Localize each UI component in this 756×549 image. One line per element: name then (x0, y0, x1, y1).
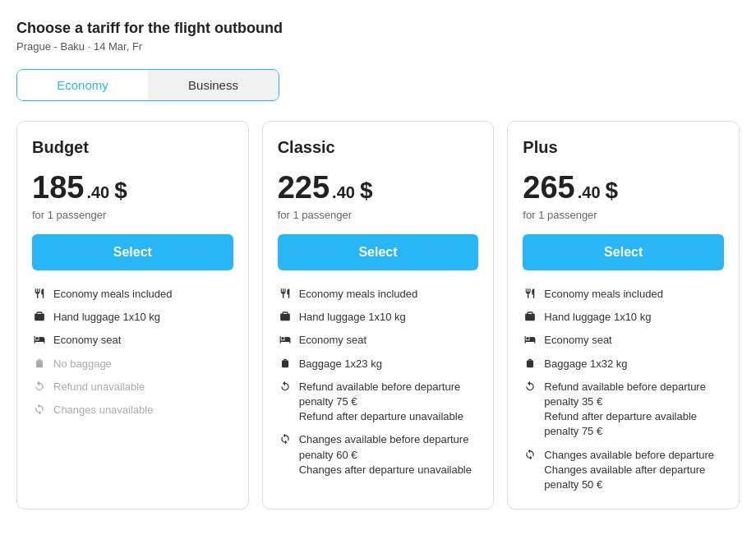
card-plus-price-currency: $ (606, 178, 619, 204)
card-classic-price: 225.40 $ (278, 170, 479, 205)
card-classic-feature-4-text: Refund available before departure penalt… (299, 380, 479, 425)
card-classic-feature-2-text: Economy seat (299, 333, 366, 348)
card-budget-price-decimal: .40 (86, 183, 109, 202)
card-plus-feature-2: Economy seat (523, 333, 724, 348)
card-budget-feature-3-text: No baggage (53, 357, 112, 371)
card-plus-feature-0-icon (523, 288, 537, 302)
card-budget-price-per: for 1 passenger (32, 209, 233, 221)
tab-bar: Economy Business (16, 69, 279, 101)
card-classic-feature-2-icon (278, 334, 293, 348)
card-budget-price: 185.40 $ (32, 170, 233, 205)
card-classic-feature-3-icon (278, 358, 293, 371)
card-budget-feature-4: Refund unavailable (32, 380, 233, 394)
card-classic-features: Economy meals includedHand luggage 1x10 … (278, 287, 479, 477)
card-budget-feature-3-icon (32, 358, 47, 371)
card-budget-feature-3: No baggage (32, 357, 233, 371)
card-plus-feature-5: Changes available before departureChange… (523, 448, 724, 493)
page-subtitle: Prague - Baku · 14 Mar, Fr (16, 40, 740, 53)
card-classic-price-decimal: .40 (332, 183, 355, 202)
card-plus-feature-2-icon (523, 334, 537, 348)
card-plus-feature-4-text: Refund available before departure penalt… (544, 380, 724, 440)
page-title: Choose a tariff for the flight outbound (16, 20, 740, 37)
card-plus-features: Economy meals includedHand luggage 1x10 … (523, 287, 724, 492)
card-budget-feature-5-text: Changes unavailable (53, 403, 153, 418)
card-budget-select-button[interactable]: Select (32, 234, 233, 270)
card-classic-feature-1-icon (278, 311, 293, 325)
card-budget-price-currency: $ (114, 178, 127, 204)
card-budget-feature-0-icon (32, 288, 47, 302)
tab-business[interactable]: Business (148, 70, 279, 100)
card-plus-feature-3: Baggage 1x32 kg (523, 357, 724, 371)
card-plus-price-decimal: .40 (578, 183, 601, 202)
card-plus-feature-1: Hand luggage 1x10 kg (523, 310, 724, 325)
card-classic-price-per: for 1 passenger (278, 209, 479, 221)
card-plus-feature-1-icon (523, 311, 537, 325)
card-classic-feature-1-text: Hand luggage 1x10 kg (299, 310, 406, 325)
card-plus-feature-5-text: Changes available before departureChange… (544, 448, 724, 493)
card-budget-feature-1-icon (32, 311, 47, 325)
card-classic-title: Classic (278, 138, 479, 157)
card-classic-feature-0: Economy meals included (278, 287, 479, 302)
tab-economy[interactable]: Economy (17, 70, 148, 100)
card-plus-feature-1-text: Hand luggage 1x10 kg (544, 310, 651, 325)
card-budget-features: Economy meals includedHand luggage 1x10 … (32, 287, 233, 418)
card-classic-feature-4-icon (278, 381, 293, 394)
card-plus-feature-3-text: Baggage 1x32 kg (544, 357, 627, 371)
card-budget-title: Budget (32, 138, 233, 157)
card-budget-feature-5-icon (32, 404, 47, 418)
card-classic-price-main: 225 (278, 170, 330, 205)
card-budget-feature-2-icon (32, 334, 47, 348)
card-plus-price-main: 265 (523, 170, 574, 205)
card-plus-feature-4: Refund available before departure penalt… (523, 380, 724, 440)
card-plus-feature-2-text: Economy seat (544, 333, 611, 348)
card-plus-feature-4-icon (523, 381, 537, 394)
card-plus-feature-0: Economy meals included (523, 287, 724, 302)
card-classic-price-currency: $ (360, 178, 373, 204)
card-budget: Budget185.40 $for 1 passengerSelectEcono… (16, 121, 249, 510)
card-classic-feature-5-icon (278, 433, 293, 447)
card-budget-feature-2: Economy seat (32, 333, 233, 348)
card-budget-feature-5: Changes unavailable (32, 403, 233, 418)
card-budget-feature-0: Economy meals included (32, 287, 233, 302)
card-classic-feature-0-icon (278, 288, 293, 302)
card-classic: Classic225.40 $for 1 passengerSelectEcon… (262, 121, 495, 510)
card-classic-feature-0-text: Economy meals included (299, 287, 418, 302)
card-plus-select-button[interactable]: Select (523, 234, 724, 270)
card-plus-price: 265.40 $ (523, 170, 724, 205)
card-budget-feature-1: Hand luggage 1x10 kg (32, 310, 233, 325)
card-budget-price-main: 185 (32, 170, 84, 205)
card-classic-feature-3: Baggage 1x23 kg (278, 357, 479, 371)
card-plus-feature-0-text: Economy meals included (544, 287, 663, 302)
card-budget-feature-2-text: Economy seat (53, 333, 121, 348)
card-classic-feature-1: Hand luggage 1x10 kg (278, 310, 479, 325)
card-classic-feature-5-text: Changes available before departure penal… (299, 432, 479, 477)
card-budget-feature-4-text: Refund unavailable (53, 380, 145, 394)
card-budget-feature-1-text: Hand luggage 1x10 kg (53, 310, 160, 325)
card-classic-feature-2: Economy seat (278, 333, 479, 348)
card-plus-feature-3-icon (523, 358, 537, 371)
card-classic-feature-3-text: Baggage 1x23 kg (299, 357, 382, 371)
card-plus-title: Plus (523, 138, 724, 157)
card-plus-price-per: for 1 passenger (523, 209, 724, 221)
cards-container: Budget185.40 $for 1 passengerSelectEcono… (16, 121, 740, 510)
card-budget-feature-4-icon (32, 381, 47, 394)
card-classic-feature-5: Changes available before departure penal… (278, 432, 479, 477)
card-plus: Plus265.40 $for 1 passengerSelectEconomy… (507, 121, 740, 510)
card-classic-feature-4: Refund available before departure penalt… (278, 380, 479, 425)
card-budget-feature-0-text: Economy meals included (53, 287, 173, 302)
card-classic-select-button[interactable]: Select (278, 234, 479, 270)
card-plus-feature-5-icon (523, 449, 537, 463)
